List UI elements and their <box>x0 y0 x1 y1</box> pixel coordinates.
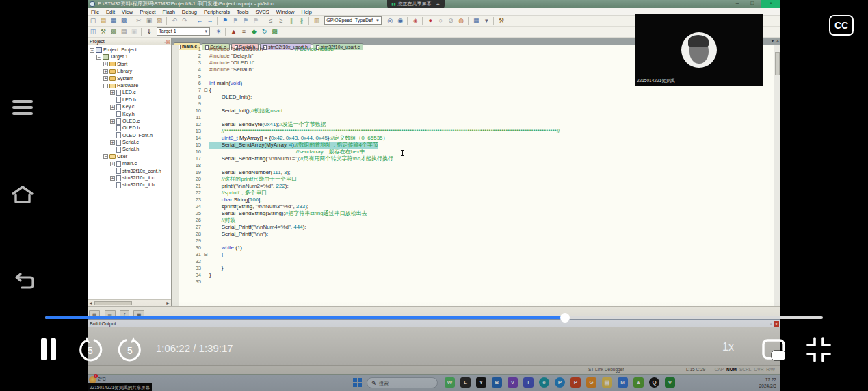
menu-hamburger-icon[interactable] <box>12 100 33 118</box>
pin-icon[interactable]: ▫ <box>768 321 774 327</box>
tree-item-oled-h[interactable]: −OLED.h <box>88 125 171 131</box>
expander-icon[interactable]: − <box>96 55 101 60</box>
phone-icon[interactable]: P <box>555 377 565 388</box>
code-line-17[interactable]: 17 Serial_SendString("\r\nNum1=");//只有用两… <box>172 155 774 162</box>
tree-item-serial-h[interactable]: −Serial.h <box>88 146 171 153</box>
webcam-overlay[interactable]: 2215014221贺则禹 <box>635 14 763 86</box>
tree-item-target-1[interactable]: −Target 1 <box>88 53 171 60</box>
code-line-8[interactable]: 8 OLED_Init(); <box>172 94 774 101</box>
find-next-icon[interactable]: ◎ <box>385 16 395 25</box>
forward-5-button[interactable]: 5 <box>116 336 144 364</box>
breakpoint-icon[interactable]: ● <box>425 16 435 25</box>
tab-close-icon[interactable]: × <box>776 38 779 43</box>
undo-icon[interactable]: ↶ <box>170 16 179 25</box>
window-layout-icon[interactable]: ▦ <box>471 16 481 25</box>
comment-icon[interactable]: ∥ <box>287 16 296 25</box>
home-icon[interactable] <box>10 184 36 205</box>
project-icon[interactable]: ▲ <box>633 377 644 388</box>
indent-left-icon[interactable]: ≤ <box>266 16 276 25</box>
maximize-button[interactable]: □ <box>748 0 757 8</box>
code-line-12[interactable]: 12 Serial_SendByte(0x41);//发送一个字节数据 <box>172 121 774 128</box>
breakpoint-disable-icon[interactable]: ○ <box>436 16 445 25</box>
dropdown-arrow-icon[interactable]: ▾ <box>482 16 491 25</box>
cc-button[interactable]: CC <box>829 15 854 36</box>
save-icon[interactable]: ▦ <box>109 16 118 25</box>
tree-item-led-c[interactable]: +LED.c <box>88 89 171 96</box>
build-icon[interactable]: ⚒ <box>98 27 108 36</box>
tree-item-library[interactable]: +Library <box>88 68 171 75</box>
code-line-34[interactable]: 34} <box>172 272 774 279</box>
sharing-banner[interactable]: ▮▮您正在共享屏幕☁ <box>387 0 445 8</box>
tree-item-stm32f10x-it-c[interactable]: +stm32f10x_it.c <box>88 175 171 181</box>
code-line-30[interactable]: 30 while (1) <box>172 244 774 251</box>
taskbar-clock[interactable]: 17:22 2024/2/3 <box>759 377 776 389</box>
code-line-20[interactable]: 20 //这样的printf只能用于一个串口 <box>172 176 774 183</box>
fold-icon[interactable]: ⊟ <box>204 87 209 93</box>
expander-icon[interactable]: + <box>110 119 115 124</box>
scrollbar-thumb[interactable] <box>775 52 780 75</box>
seek-handle[interactable] <box>560 313 570 323</box>
tree-item-user[interactable]: −User <box>88 153 171 160</box>
expander-icon[interactable]: + <box>103 62 108 66</box>
nav-back-icon[interactable]: ← <box>195 16 205 25</box>
rebuild-icon[interactable]: ▩ <box>109 27 118 36</box>
tree-item-stm32f10x-it-h[interactable]: −stm32f10x_it.h <box>88 181 171 188</box>
cut-icon[interactable]: ✂ <box>134 16 144 25</box>
save-all-icon[interactable]: ▩ <box>119 16 129 25</box>
manage-icon[interactable]: ◆ <box>249 27 259 36</box>
bookmark-prev-icon[interactable]: ⚑ <box>231 16 240 25</box>
expander-icon[interactable]: + <box>103 69 108 74</box>
tree-item-key-h[interactable]: −Key.h <box>88 111 171 118</box>
code-line-27[interactable]: 27 Serial_Printf("\r\nNum4=%d", 444); <box>172 224 774 231</box>
new-file-icon[interactable]: ▢ <box>88 16 98 25</box>
keil-icon[interactable]: V <box>665 377 675 388</box>
expander-icon[interactable]: + <box>110 162 115 166</box>
debug-icon[interactable]: ◈ <box>410 16 420 25</box>
menu-file[interactable]: File <box>88 8 103 16</box>
wps-icon[interactable]: M <box>618 377 628 388</box>
code-line-23[interactable]: 23 char String[100]; <box>172 197 774 203</box>
project-hscrollbar[interactable]: ◄ ► <box>88 299 171 306</box>
menu-view[interactable]: View <box>118 8 136 16</box>
code-line-24[interactable]: 24 sprintf(String, "\r\nNum3=%d", 333); <box>172 203 774 210</box>
pause-button[interactable] <box>41 338 60 360</box>
expander-icon[interactable]: − <box>90 48 94 53</box>
office-icon[interactable]: G <box>586 377 596 388</box>
configure-wrench-icon[interactable]: ⚒ <box>497 16 506 25</box>
code-line-25[interactable]: 25 Serial_SendString(String);//把字符串strin… <box>172 210 774 217</box>
folder-icon[interactable]: ▤ <box>602 377 612 388</box>
menu-edit[interactable]: Edit <box>103 8 118 16</box>
expander-icon[interactable]: + <box>103 76 108 81</box>
symbol-book-icon[interactable]: ▥ <box>312 16 321 25</box>
seek-bar[interactable] <box>45 316 823 319</box>
code-line-35[interactable]: 35 <box>172 279 774 286</box>
code-line-9[interactable]: 9 <box>172 101 774 108</box>
options-wand-icon[interactable]: ✶ <box>213 27 223 36</box>
code-line-21[interactable]: 21 printf("\r\nNum2=%d", 222); <box>172 183 774 190</box>
app-blue-icon[interactable]: B <box>492 377 502 388</box>
tab-list-chevron-icon[interactable]: ▼ <box>770 38 775 43</box>
paste-icon[interactable]: ▨ <box>155 16 164 25</box>
wechat-icon[interactable]: W <box>445 377 455 388</box>
flash-icon[interactable]: ▲ <box>228 27 238 36</box>
menu-help[interactable]: Help <box>298 8 315 16</box>
code-line-11[interactable]: 11 <box>172 114 774 121</box>
download-icon[interactable]: ⇓ <box>144 27 154 36</box>
symbol-dropdown[interactable]: GPIOSpeed_TypeDef▼ <box>324 16 382 25</box>
tree-item-key-c[interactable]: +Key.c <box>88 103 171 110</box>
vscode-icon[interactable]: V <box>508 377 518 388</box>
menu-svcs[interactable]: SVCS <box>252 8 272 16</box>
tree-item-oled-c[interactable]: +OLED.c <box>88 118 171 125</box>
target-dropdown[interactable]: Target 1▼ <box>157 27 210 36</box>
code-line-14[interactable]: 14 uint8_t MyArray[] = {0x42, 0x43, 0x44… <box>172 135 774 142</box>
code-line-29[interactable]: 29 <box>172 238 774 244</box>
code-line-22[interactable]: 22 //sprintf，多个串口 <box>172 190 774 197</box>
exit-fullscreen-button[interactable] <box>806 337 832 363</box>
code-line-10[interactable]: 10 Serial_Init();//初始化usart <box>172 108 774 114</box>
code-line-26[interactable]: 26 //封装 <box>172 217 774 224</box>
close-panel-icon[interactable]: ☒ <box>166 40 170 45</box>
tree-item-stm32f10x-conf-h[interactable]: −stm32f10x_conf.h <box>88 168 171 175</box>
refresh-icon[interactable]: ↻ <box>259 27 269 36</box>
bookmark-clear-icon[interactable]: ⚑ <box>251 16 261 25</box>
close-panel-icon[interactable]: × <box>774 321 779 327</box>
